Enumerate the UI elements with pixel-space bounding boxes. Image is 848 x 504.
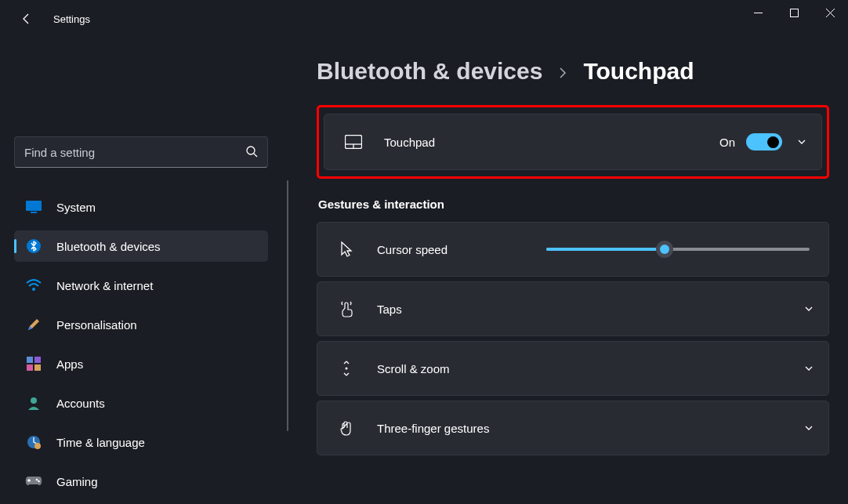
chevron-down-icon[interactable]	[803, 303, 814, 314]
person-icon	[25, 394, 42, 412]
sidebar-item-label: Bluetooth & devices	[56, 240, 161, 253]
cursor-speed-slider[interactable]	[546, 248, 810, 251]
cursor-icon	[336, 241, 357, 258]
search-input-wrap[interactable]	[14, 136, 268, 168]
tap-icon	[336, 300, 357, 317]
chevron-down-icon[interactable]	[796, 136, 807, 147]
svg-line-3	[254, 154, 257, 157]
bluetooth-icon	[25, 237, 42, 255]
svg-point-7	[32, 288, 35, 291]
slider-fill	[546, 248, 665, 251]
svg-rect-1	[790, 9, 798, 16]
breadcrumb-current: Touchpad	[583, 58, 694, 85]
sidebar-item-label: System	[56, 201, 96, 214]
svg-point-16	[38, 480, 40, 483]
svg-rect-8	[27, 357, 33, 363]
sidebar-item-system[interactable]: System	[14, 191, 268, 223]
svg-rect-5	[31, 212, 37, 213]
maximize-button[interactable]	[776, 0, 812, 25]
taps-row[interactable]: Taps	[317, 281, 829, 336]
sidebar: System Bluetooth & devices Network & int…	[0, 38, 282, 504]
breadcrumb: Bluetooth & devices Touchpad	[317, 58, 829, 85]
sidebar-item-label: Personalisation	[56, 318, 137, 332]
search-input[interactable]	[24, 146, 245, 159]
sidebar-item-label: Gaming	[56, 475, 98, 488]
row-label: Taps	[377, 303, 789, 316]
slider-thumb[interactable]	[656, 241, 673, 258]
back-button[interactable]	[17, 9, 36, 28]
scrollbar[interactable]	[287, 180, 288, 431]
sidebar-item-label: Apps	[56, 357, 83, 371]
search-icon	[245, 145, 258, 160]
svg-rect-11	[34, 364, 41, 371]
toggle-state-label: On	[719, 136, 735, 149]
close-button[interactable]	[812, 0, 848, 25]
chevron-down-icon[interactable]	[803, 363, 814, 374]
sidebar-item-accounts[interactable]: Accounts	[14, 387, 268, 419]
three-finger-row[interactable]: Three-finger gestures	[317, 401, 829, 455]
minimize-button[interactable]	[740, 0, 776, 25]
app-title: Settings	[53, 13, 90, 25]
breadcrumb-parent[interactable]: Bluetooth & devices	[317, 58, 542, 85]
svg-rect-10	[27, 364, 33, 371]
svg-point-12	[31, 397, 37, 404]
scroll-zoom-row[interactable]: Scroll & zoom	[317, 341, 829, 396]
touchpad-icon	[343, 135, 364, 149]
gamepad-icon	[25, 473, 42, 490]
svg-point-20	[346, 368, 348, 370]
sidebar-item-personalisation[interactable]: Personalisation	[14, 309, 268, 340]
paintbrush-icon	[25, 316, 42, 333]
sidebar-item-label: Accounts	[56, 397, 105, 410]
sidebar-item-label: Time & language	[56, 436, 145, 449]
svg-point-15	[36, 479, 38, 481]
nav-list: System Bluetooth & devices Network & int…	[14, 191, 268, 504]
cursor-speed-row: Cursor speed	[317, 222, 829, 277]
globe-clock-icon	[25, 433, 42, 451]
hand-icon	[336, 419, 357, 437]
sidebar-item-gaming[interactable]: Gaming	[14, 466, 268, 497]
touchpad-toggle-row[interactable]: Touchpad On	[324, 114, 822, 170]
touchpad-toggle[interactable]	[746, 133, 782, 150]
row-label: Touchpad	[384, 136, 719, 149]
svg-rect-9	[34, 357, 41, 363]
section-heading: Gestures & interaction	[317, 198, 829, 211]
svg-rect-4	[26, 201, 42, 211]
sidebar-item-time-language[interactable]: Time & language	[14, 426, 268, 458]
system-icon	[25, 198, 42, 216]
main-content: Bluetooth & devices Touchpad Touchpad On	[282, 38, 848, 504]
row-label: Cursor speed	[377, 243, 546, 256]
window-controls	[740, 0, 848, 31]
apps-icon	[25, 355, 42, 372]
svg-point-2	[247, 147, 255, 154]
svg-point-14	[34, 443, 41, 449]
row-label: Three-finger gestures	[377, 422, 789, 435]
sidebar-item-apps[interactable]: Apps	[14, 348, 268, 379]
row-label: Scroll & zoom	[377, 362, 789, 375]
highlighted-region: Touchpad On	[317, 105, 829, 179]
title-bar: Settings	[0, 0, 848, 38]
sidebar-item-network[interactable]: Network & internet	[14, 270, 268, 301]
chevron-right-icon	[558, 65, 567, 83]
wifi-icon	[25, 277, 42, 294]
scroll-icon	[336, 360, 357, 377]
sidebar-item-label: Network & internet	[56, 279, 153, 292]
chevron-down-icon[interactable]	[803, 422, 814, 433]
sidebar-item-bluetooth-devices[interactable]: Bluetooth & devices	[14, 230, 268, 262]
